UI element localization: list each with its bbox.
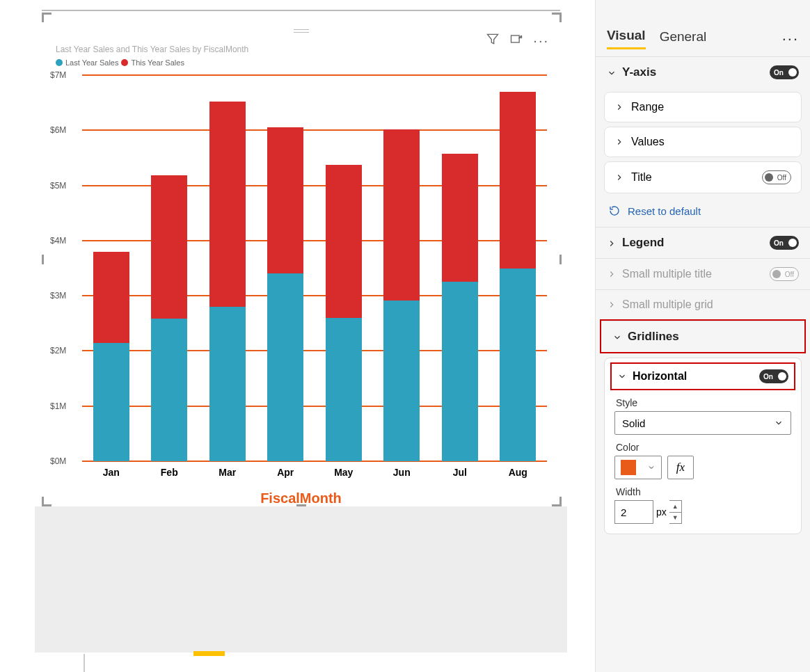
chevron-right-icon bbox=[614, 102, 624, 112]
bar-segment-last-year[interactable] bbox=[209, 307, 246, 461]
section-legend[interactable]: Legend On bbox=[596, 227, 810, 258]
section-y-axis[interactable]: Y-axis On bbox=[596, 56, 810, 88]
resize-handle-r[interactable] bbox=[559, 255, 562, 264]
filter-icon[interactable] bbox=[486, 32, 500, 49]
bar-column[interactable] bbox=[383, 129, 420, 461]
toggle-horizontal-gridlines[interactable]: On bbox=[759, 369, 788, 383]
label-width: Width bbox=[616, 486, 790, 497]
bar-segment-last-year[interactable] bbox=[442, 282, 478, 461]
y-tick-label: $1M bbox=[50, 401, 66, 411]
x-tick-label: Mar bbox=[219, 467, 236, 478]
chart-plot-area bbox=[82, 75, 547, 461]
resize-handle-l[interactable] bbox=[42, 255, 44, 264]
bar-column[interactable] bbox=[326, 165, 362, 461]
toggle-axis-title[interactable]: Off bbox=[762, 170, 791, 184]
card-values[interactable]: Values bbox=[604, 127, 802, 157]
y-tick-label: $0M bbox=[50, 456, 66, 466]
legend-label-1: This Year Sales bbox=[131, 58, 184, 67]
bar-segment-last-year[interactable] bbox=[151, 319, 187, 461]
y-tick-label: $4M bbox=[50, 236, 66, 246]
bar-column[interactable] bbox=[209, 102, 246, 461]
section-small-multiple-grid: Small multiple grid bbox=[596, 289, 810, 319]
report-canvas[interactable]: ··· Last Year Sales and This Year Sales … bbox=[0, 0, 595, 672]
chevron-right-icon bbox=[607, 238, 617, 248]
x-tick-label: May bbox=[334, 467, 353, 478]
x-tick-label: Feb bbox=[161, 467, 178, 478]
tab-general[interactable]: General bbox=[660, 29, 707, 49]
chevron-down-icon bbox=[774, 418, 784, 428]
y-tick-label: $2M bbox=[50, 346, 66, 355]
highlight-gridlines: Gridlines bbox=[600, 319, 806, 353]
input-width[interactable] bbox=[614, 500, 653, 524]
bar-segment-last-year[interactable] bbox=[383, 301, 420, 462]
x-tick-label: Apr bbox=[277, 467, 294, 478]
color-swatch bbox=[621, 460, 636, 475]
tab-visual[interactable]: Visual bbox=[607, 28, 646, 49]
chart-legend: Last Year Sales This Year Sales bbox=[56, 58, 184, 67]
chevron-right-icon bbox=[614, 173, 624, 182]
bar-segment-last-year[interactable] bbox=[500, 269, 536, 462]
bar-column[interactable] bbox=[93, 252, 129, 461]
x-axis-title: FiscalMonth bbox=[42, 490, 560, 506]
color-picker[interactable] bbox=[614, 456, 662, 479]
toggle-y-axis[interactable]: On bbox=[770, 65, 799, 79]
unit-label: px bbox=[656, 506, 667, 518]
chart-title: Last Year Sales and This Year Sales by F… bbox=[56, 45, 248, 54]
bar-segment-this-year[interactable] bbox=[151, 175, 187, 319]
x-tick-label: Jul bbox=[453, 467, 467, 478]
legend-swatch-0 bbox=[56, 59, 63, 66]
chart-visual[interactable]: ··· Last Year Sales and This Year Sales … bbox=[42, 13, 560, 506]
chevron-down-icon bbox=[612, 332, 622, 342]
page-tab-highlight[interactable] bbox=[193, 651, 225, 656]
bar-column[interactable] bbox=[500, 92, 536, 461]
width-spinner[interactable]: ▲▼ bbox=[669, 500, 682, 524]
label-color: Color bbox=[616, 442, 790, 453]
bar-segment-this-year[interactable] bbox=[326, 165, 362, 318]
svg-rect-0 bbox=[511, 35, 520, 42]
spin-down-icon[interactable]: ▼ bbox=[669, 513, 681, 524]
drag-grip[interactable] bbox=[294, 29, 309, 33]
card-horizontal-gridlines: Horizontal On Style Solid Color fx Width bbox=[604, 358, 802, 534]
legend-swatch-1 bbox=[121, 59, 128, 66]
bar-segment-last-year[interactable] bbox=[93, 343, 129, 461]
y-tick-label: $5M bbox=[50, 181, 66, 191]
spin-up-icon[interactable]: ▲ bbox=[669, 501, 681, 513]
bar-column[interactable] bbox=[442, 154, 478, 461]
tab-more-icon[interactable]: ··· bbox=[782, 30, 799, 48]
bar-segment-this-year[interactable] bbox=[500, 92, 536, 269]
canvas-background bbox=[35, 506, 567, 653]
bar-segment-last-year[interactable] bbox=[326, 318, 362, 461]
subsection-horizontal[interactable]: Horizontal On bbox=[616, 367, 790, 386]
focus-mode-icon[interactable] bbox=[509, 32, 523, 49]
card-range[interactable]: Range bbox=[604, 92, 802, 122]
bar-segment-this-year[interactable] bbox=[442, 154, 478, 282]
bar-column[interactable] bbox=[151, 175, 187, 461]
bar-segment-this-year[interactable] bbox=[383, 129, 420, 301]
bar-segment-this-year[interactable] bbox=[267, 127, 303, 273]
more-options-icon[interactable]: ··· bbox=[533, 33, 549, 49]
format-tabs: Visual General ··· bbox=[596, 28, 810, 56]
x-tick-label: Jun bbox=[393, 467, 411, 478]
bar-column[interactable] bbox=[267, 127, 303, 461]
chevron-down-icon bbox=[647, 463, 656, 472]
resize-handle-tl[interactable] bbox=[42, 13, 51, 22]
section-gridlines[interactable]: Gridlines bbox=[601, 321, 804, 352]
format-pane[interactable]: Visual General ··· Y-axis On Range Value… bbox=[595, 0, 810, 672]
x-tick-label: Jan bbox=[103, 467, 120, 478]
chevron-down-icon bbox=[617, 371, 627, 381]
bar-segment-this-year[interactable] bbox=[93, 252, 129, 343]
chevron-right-icon bbox=[614, 137, 624, 147]
fx-button[interactable]: fx bbox=[667, 456, 694, 479]
card-title[interactable]: Title Off bbox=[604, 161, 802, 193]
bar-segment-last-year[interactable] bbox=[267, 273, 303, 461]
chevron-down-icon bbox=[607, 67, 617, 77]
dropdown-style[interactable]: Solid bbox=[614, 411, 791, 435]
reset-to-default[interactable]: Reset to default bbox=[596, 198, 810, 227]
bar-segment-this-year[interactable] bbox=[209, 102, 246, 307]
y-tick-label: $7M bbox=[50, 70, 66, 80]
section-small-multiple-title: Small multiple title Off bbox=[596, 258, 810, 289]
toggle-legend[interactable]: On bbox=[770, 236, 799, 250]
resize-handle-tr[interactable] bbox=[552, 13, 562, 22]
chevron-right-icon bbox=[607, 269, 617, 279]
pane-divider bbox=[84, 654, 85, 672]
